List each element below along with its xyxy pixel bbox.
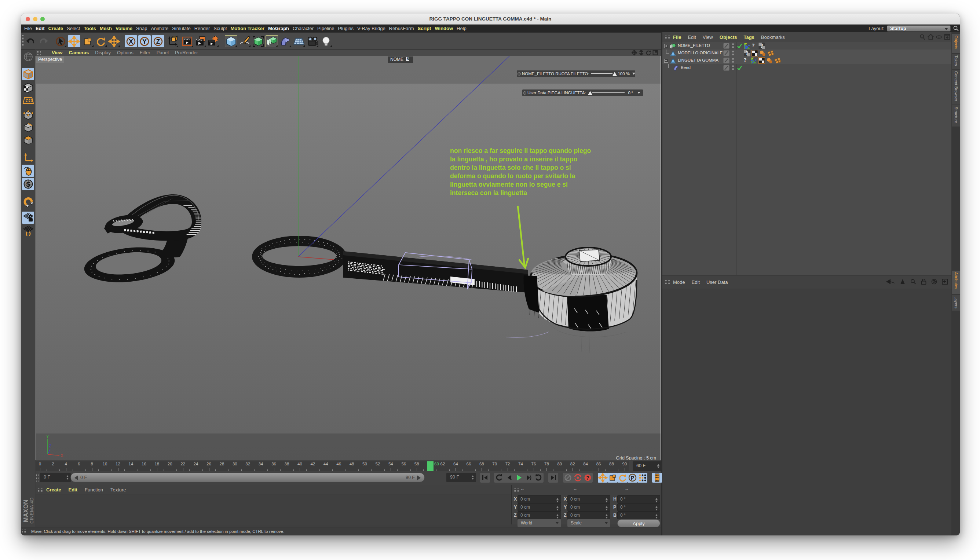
svg-text:X: X [129,38,133,45]
svg-text:Z: Z [156,38,160,45]
svg-text:Z: Z [49,444,52,448]
svg-text:?: ? [760,43,763,49]
svg-text:?: ? [586,475,589,481]
svg-text:P: P [631,475,634,481]
svg-text:X: X [60,453,63,458]
svg-text:Y: Y [142,38,147,45]
svg-text:?: ? [746,50,748,56]
svg-text:S: S [26,181,30,188]
svg-text:Y: Y [46,434,49,438]
